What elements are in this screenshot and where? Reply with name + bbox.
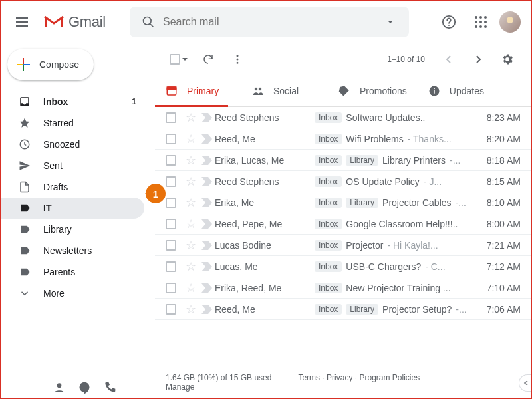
file-icon bbox=[18, 180, 31, 194]
sidebar-item-label: Inbox bbox=[43, 96, 68, 107]
settings-button[interactable] bbox=[494, 46, 521, 72]
privacy-link[interactable]: Privacy bbox=[327, 373, 352, 382]
subject: Projector Setup? bbox=[382, 304, 452, 315]
label-chip: Inbox bbox=[315, 155, 342, 166]
star-icon[interactable]: ☆ bbox=[183, 281, 199, 295]
svg-point-10 bbox=[255, 87, 258, 90]
message-row[interactable]: ☆Lucas BodineInbox Projector - Hi Kayla!… bbox=[155, 235, 531, 256]
message-row[interactable]: ☆Reed, MeInbox Wifi Problems - Thanks...… bbox=[155, 128, 531, 150]
sidebar-item-newsletters[interactable]: Newsletters bbox=[1, 240, 144, 261]
policies-link[interactable]: Program Policies bbox=[359, 373, 420, 382]
prev-page-button[interactable] bbox=[436, 46, 462, 72]
select-all-checkbox[interactable] bbox=[170, 54, 180, 65]
subject: Projector Cables bbox=[382, 198, 452, 208]
sidebar-item-it[interactable]: IT bbox=[1, 198, 144, 219]
plus-icon bbox=[17, 58, 30, 71]
more-button[interactable] bbox=[224, 46, 251, 72]
importance-marker[interactable] bbox=[199, 177, 215, 186]
importance-marker[interactable] bbox=[199, 156, 215, 165]
subject: Projector bbox=[346, 240, 383, 251]
row-checkbox[interactable] bbox=[166, 219, 176, 229]
message-row[interactable]: ☆Reed, MeInbox Library Projector Setup? … bbox=[155, 299, 531, 320]
tab-primary[interactable]: Primary bbox=[155, 75, 241, 106]
sidebar-item-library[interactable]: Library bbox=[1, 219, 144, 240]
star-icon[interactable]: ☆ bbox=[183, 174, 199, 189]
account-avatar[interactable] bbox=[499, 11, 521, 33]
message-row[interactable]: ☆Reed StephensInbox Software Updates..8:… bbox=[155, 107, 531, 128]
row-checkbox[interactable] bbox=[166, 198, 176, 208]
importance-marker[interactable] bbox=[199, 305, 215, 314]
star-icon[interactable]: ☆ bbox=[183, 302, 199, 317]
tab-promotions[interactable]: Promotions bbox=[328, 75, 418, 106]
row-checkbox[interactable] bbox=[166, 112, 176, 123]
importance-marker[interactable] bbox=[199, 113, 215, 122]
message-row[interactable]: ☆Erika, Reed, MeInbox New Projector Trai… bbox=[155, 277, 531, 299]
star-icon[interactable]: ☆ bbox=[183, 217, 199, 231]
search-bar[interactable] bbox=[130, 7, 409, 37]
star-icon[interactable]: ☆ bbox=[183, 259, 199, 274]
sidebar-item-parents[interactable]: Parents bbox=[1, 261, 144, 283]
subject-cell: Inbox Library Projector Setup? -... bbox=[315, 304, 478, 315]
help-button[interactable] bbox=[436, 9, 462, 35]
star-icon[interactable]: ☆ bbox=[183, 132, 199, 146]
sidebar: Compose Inbox1StarredSnoozedSentDraftsIT… bbox=[1, 43, 155, 398]
search-icon[interactable] bbox=[135, 15, 162, 29]
importance-marker[interactable] bbox=[199, 219, 215, 229]
message-row[interactable]: ☆Erika, Lucas, MeInbox Library Library P… bbox=[155, 150, 531, 171]
side-panel-toggle[interactable] bbox=[519, 374, 532, 392]
importance-marker[interactable] bbox=[199, 283, 215, 293]
main-menu-button[interactable] bbox=[6, 6, 38, 38]
primary-tab-icon bbox=[166, 85, 178, 97]
sidebar-item-inbox[interactable]: Inbox1 bbox=[1, 91, 144, 112]
snippet: - Thanks... bbox=[408, 134, 452, 144]
apps-button[interactable] bbox=[467, 9, 494, 35]
star-icon[interactable]: ☆ bbox=[183, 196, 199, 210]
importance-marker[interactable] bbox=[199, 198, 215, 207]
message-row[interactable]: ☆Erika, MeInbox Library Projector Cables… bbox=[155, 192, 531, 213]
hangouts-icon[interactable] bbox=[78, 381, 91, 394]
label-chip: Inbox bbox=[315, 176, 342, 187]
row-checkbox[interactable] bbox=[166, 283, 176, 293]
row-checkbox[interactable] bbox=[166, 240, 176, 251]
row-checkbox[interactable] bbox=[166, 134, 176, 144]
sidebar-item-snoozed[interactable]: Snoozed bbox=[1, 134, 144, 155]
sidebar-item-drafts[interactable]: Drafts bbox=[1, 176, 144, 198]
row-checkbox[interactable] bbox=[166, 155, 176, 166]
app-header: Gmail bbox=[1, 1, 531, 43]
star-icon[interactable]: ☆ bbox=[183, 238, 199, 253]
search-input[interactable] bbox=[162, 15, 377, 29]
row-checkbox[interactable] bbox=[166, 261, 176, 272]
star-icon[interactable]: ☆ bbox=[183, 153, 199, 168]
sidebar-item-starred[interactable]: Starred bbox=[1, 112, 144, 134]
tab-social[interactable]: Social bbox=[241, 75, 328, 106]
importance-marker[interactable] bbox=[199, 241, 215, 250]
tab-updates[interactable]: Updates bbox=[418, 75, 504, 106]
sidebar-item-more[interactable]: More bbox=[1, 283, 144, 304]
manage-storage-link[interactable]: Manage bbox=[166, 382, 194, 392]
contacts-icon[interactable] bbox=[53, 381, 66, 394]
svg-point-3 bbox=[448, 25, 450, 26]
importance-marker[interactable] bbox=[199, 134, 215, 144]
row-checkbox[interactable] bbox=[166, 304, 176, 315]
select-menu-caret[interactable] bbox=[182, 56, 188, 63]
label-icon bbox=[18, 223, 31, 236]
gmail-logo[interactable]: Gmail bbox=[43, 13, 106, 31]
message-row[interactable]: ☆Reed, Pepe, MeInbox Google Classroom He… bbox=[155, 213, 531, 235]
time: 7:12 AM bbox=[478, 261, 521, 272]
svg-rect-13 bbox=[434, 90, 435, 93]
row-checkbox[interactable] bbox=[166, 176, 176, 187]
search-options-button[interactable] bbox=[377, 18, 404, 26]
message-row[interactable]: ☆Reed StephensInbox OS Update Policy - J… bbox=[155, 171, 531, 192]
importance-marker[interactable] bbox=[199, 262, 215, 271]
star-icon[interactable]: ☆ bbox=[183, 110, 199, 125]
sidebar-item-sent[interactable]: Sent bbox=[1, 155, 144, 176]
refresh-button[interactable] bbox=[195, 46, 221, 72]
message-row[interactable]: ☆Lucas, MeInbox USB-C Chargers? - C...7:… bbox=[155, 256, 531, 277]
next-page-button[interactable] bbox=[465, 46, 491, 72]
terms-link[interactable]: Terms bbox=[298, 373, 320, 382]
time: 8:10 AM bbox=[478, 198, 521, 208]
subject: OS Update Policy bbox=[346, 176, 420, 187]
phone-icon[interactable] bbox=[103, 381, 116, 394]
compose-button[interactable]: Compose bbox=[7, 49, 94, 80]
gmail-m-icon bbox=[43, 14, 65, 30]
